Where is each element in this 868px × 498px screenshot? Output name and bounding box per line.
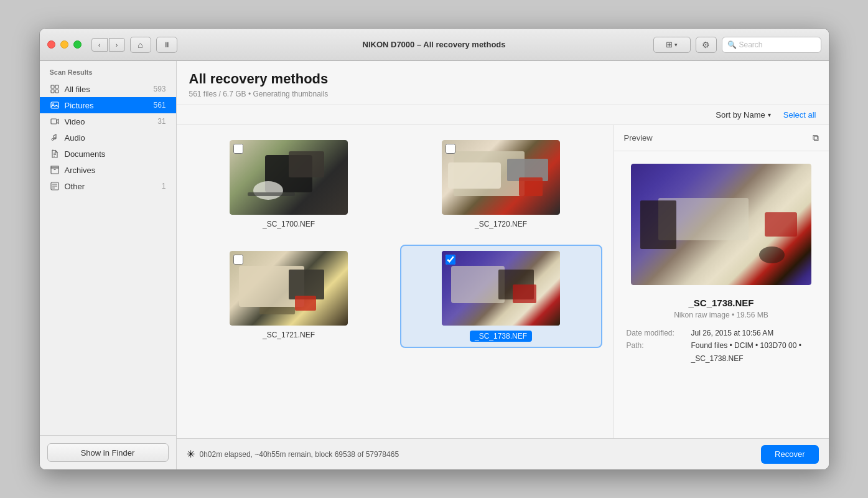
close-button[interactable] — [47, 40, 55, 49]
sidebar-item-other[interactable]: Other 1 — [40, 178, 176, 194]
copy-preview-button[interactable]: ⧉ — [813, 133, 819, 143]
sidebar-item-audio[interactable]: Audio — [40, 129, 176, 146]
path-value: Found files • DCIM • 103D70 00 • _SC_173… — [691, 339, 816, 365]
all-files-count: 593 — [153, 85, 166, 93]
other-icon — [50, 181, 60, 191]
search-placeholder: Search — [739, 40, 763, 49]
preview-info: _SC_1738.NEF Nikon raw image • 19.56 MB … — [614, 298, 829, 365]
sidebar-item-all-files[interactable]: All files 593 — [40, 81, 176, 97]
maximize-button[interactable] — [73, 40, 82, 49]
search-icon: 🔍 — [727, 40, 737, 49]
main-content: All recovery methods 561 files / 6.7 GB … — [177, 61, 829, 469]
svg-rect-4 — [51, 102, 58, 108]
date-modified-value: Jul 26, 2015 at 10:56 AM — [691, 327, 774, 339]
chevron-right-icon: › — [116, 41, 118, 49]
photo-checkbox-1720[interactable] — [446, 144, 455, 154]
preview-header: Preview ⧉ — [614, 125, 829, 151]
list-item[interactable]: _SC_1721.NEF — [189, 246, 389, 347]
svg-rect-0 — [51, 85, 54, 88]
photo-checkbox-1738[interactable] — [446, 255, 455, 265]
sort-by-name-button[interactable]: Sort by Name ▾ — [716, 110, 770, 120]
preview-image — [631, 164, 811, 285]
content-area: _SC_1700.NEF — [177, 125, 829, 438]
photo-checkbox-1700[interactable] — [233, 144, 243, 154]
grid-view-icon: ⊞ — [666, 40, 673, 49]
sort-label: Sort by Name — [716, 110, 765, 120]
titlebar: ‹ › ⌂ ⏸ NIKON D7000 – All recovery metho… — [40, 29, 829, 61]
list-item[interactable]: _SC_1720.NEF — [401, 135, 601, 233]
documents-icon — [50, 149, 60, 159]
progress-text: 0h02m elapsed, ~40h55m remain, block 695… — [200, 450, 757, 459]
sidebar-item-pictures[interactable]: Pictures 561 — [40, 97, 176, 113]
archives-label: Archives — [65, 166, 161, 175]
svg-rect-6 — [51, 119, 57, 124]
scan-results-label: Scan results — [40, 68, 176, 81]
sidebar-item-video[interactable]: Video 31 — [40, 113, 176, 129]
archives-icon — [50, 165, 60, 175]
sidebar: Scan results All files 593 — [40, 61, 177, 469]
video-label: Video — [65, 117, 153, 126]
svg-point-7 — [52, 139, 54, 141]
photo-filename-1721: _SC_1721.NEF — [263, 331, 315, 339]
photo-filename-1720: _SC_1720.NEF — [475, 220, 527, 228]
svg-rect-3 — [55, 90, 58, 93]
preview-panel: Preview ⧉ — [614, 125, 829, 438]
forward-button[interactable]: › — [109, 38, 125, 52]
sidebar-footer: Show in Finder — [40, 435, 176, 469]
chevron-down-icon: ▾ — [674, 42, 678, 48]
chevron-left-icon: ‹ — [98, 41, 101, 49]
svg-rect-1 — [55, 85, 58, 88]
list-item[interactable]: _SC_1700.NEF — [189, 135, 389, 233]
recover-button[interactable]: Recover — [761, 445, 818, 464]
video-icon — [50, 116, 60, 126]
minimize-button[interactable] — [60, 40, 68, 49]
grid-icon — [50, 84, 60, 94]
show-in-finder-button[interactable]: Show in Finder — [47, 443, 169, 462]
video-count: 31 — [157, 117, 166, 126]
photo-checkbox-1721[interactable] — [233, 255, 243, 265]
photo-grid: _SC_1700.NEF — [189, 135, 601, 347]
audio-icon — [50, 133, 60, 143]
photo-thumbnail — [442, 140, 560, 215]
audio-label: Audio — [65, 133, 161, 143]
select-all-button[interactable]: Select all — [783, 110, 816, 120]
documents-label: Documents — [65, 149, 161, 159]
sidebar-item-documents[interactable]: Documents — [40, 146, 176, 162]
list-item[interactable]: _SC_1738.NEF — [401, 246, 601, 347]
preview-type: Nikon raw image • 19.56 MB — [627, 311, 816, 319]
photo-thumbnail — [442, 251, 560, 326]
sort-chevron-icon: ▾ — [768, 111, 771, 118]
nav-buttons: ‹ › — [91, 38, 125, 52]
path-label: Path: — [627, 339, 689, 365]
photo-filename-1700: _SC_1700.NEF — [263, 220, 315, 228]
photo-thumbnail — [230, 140, 348, 215]
page-title: All recovery methods — [189, 71, 816, 87]
search-box[interactable]: 🔍 Search — [722, 37, 821, 53]
photo-filename-1738: _SC_1738.NEF — [470, 331, 532, 342]
photo-grid-area: _SC_1700.NEF — [177, 125, 614, 438]
view-toggle-button[interactable]: ⊞ ▾ — [653, 37, 691, 53]
window-title: NIKON D7000 – All recovery methods — [363, 40, 506, 49]
app-window: ‹ › ⌂ ⏸ NIKON D7000 – All recovery metho… — [39, 28, 829, 470]
pictures-label: Pictures — [65, 101, 149, 110]
home-button[interactable]: ⌂ — [130, 37, 151, 53]
pictures-icon — [50, 100, 60, 110]
all-files-label: All files — [65, 85, 149, 94]
pause-button[interactable]: ⏸ — [156, 37, 177, 53]
preview-filename: _SC_1738.NEF — [627, 298, 816, 308]
back-button[interactable]: ‹ — [91, 38, 108, 52]
pause-icon: ⏸ — [163, 40, 170, 49]
sidebar-item-archives[interactable]: Archives — [40, 162, 176, 178]
preview-image-container — [614, 151, 829, 298]
body: Scan results All files 593 — [40, 61, 829, 469]
main-toolbar: Sort by Name ▾ Select all — [177, 105, 829, 125]
sliders-icon: ⚙ — [702, 40, 710, 50]
filter-button[interactable]: ⚙ — [696, 37, 717, 53]
other-label: Other — [65, 182, 157, 191]
bottom-bar: ✳ 0h02m elapsed, ~40h55m remain, block 6… — [177, 438, 829, 469]
svg-point-8 — [54, 138, 56, 139]
home-icon: ⌂ — [138, 40, 142, 50]
preview-metadata: Date modified: Jul 26, 2015 at 10:56 AM … — [627, 327, 816, 365]
progress-spinner-icon: ✳ — [187, 448, 195, 460]
photo-thumbnail — [230, 251, 348, 326]
